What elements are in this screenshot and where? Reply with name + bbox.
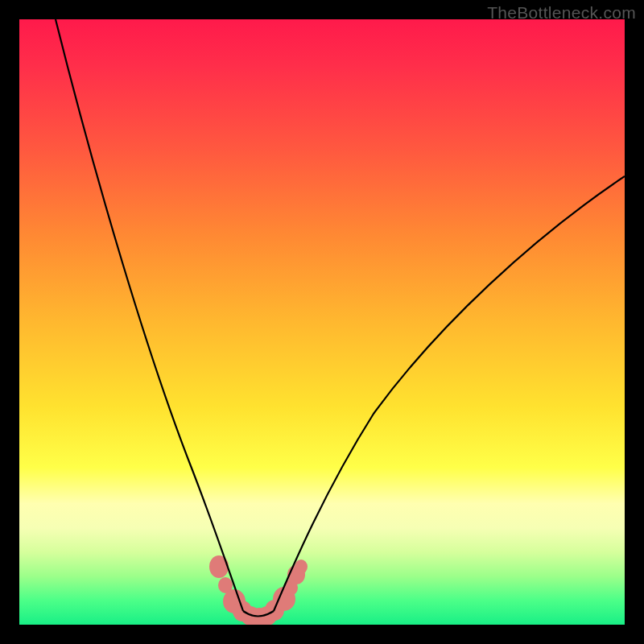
blob-12: [295, 559, 308, 574]
curve-left: [56, 19, 243, 611]
bottleneck-plot: [19, 19, 625, 625]
curve-right: [274, 176, 625, 611]
chart-frame: [19, 19, 625, 625]
watermark-text: TheBottleneck.com: [487, 3, 636, 23]
